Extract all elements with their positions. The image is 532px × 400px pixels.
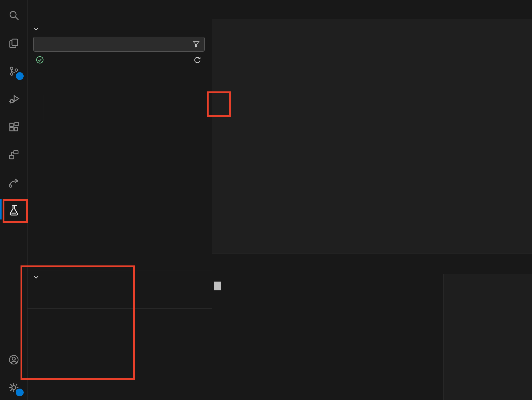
active-view-indicator xyxy=(0,199,2,219)
breadcrumb[interactable] xyxy=(212,19,532,31)
playwright-divider xyxy=(28,308,212,309)
test-explorer-section-header[interactable] xyxy=(28,23,212,35)
settings-badge xyxy=(16,389,24,396)
explorer-icon[interactable] xyxy=(0,31,27,56)
test-filter-box xyxy=(33,37,205,52)
code-editor[interactable] xyxy=(212,31,532,253)
source-control-icon[interactable] xyxy=(0,59,27,84)
pass-check-icon xyxy=(36,56,44,64)
tree-indent-guide xyxy=(43,95,43,121)
search-icon[interactable] xyxy=(0,3,27,28)
output-line xyxy=(214,279,440,291)
source-control-badge xyxy=(16,72,24,80)
editor-tabs xyxy=(212,0,532,19)
test-status-row xyxy=(28,53,212,66)
testing-icon[interactable] xyxy=(0,198,27,223)
activity-bar xyxy=(0,0,28,400)
terminal-cursor xyxy=(214,282,221,290)
test-filter-input[interactable] xyxy=(34,40,188,48)
refresh-tests-icon[interactable] xyxy=(193,56,202,64)
vscode-window xyxy=(0,0,532,400)
editor-group xyxy=(212,0,532,253)
section-divider xyxy=(28,270,212,270)
testing-sidebar xyxy=(28,0,212,400)
bottom-panel xyxy=(212,253,532,400)
test-runs-tree xyxy=(443,274,532,400)
extensions-icon[interactable] xyxy=(0,114,27,139)
run-debug-icon[interactable] xyxy=(0,86,27,111)
account-icon[interactable] xyxy=(0,347,27,372)
filter-icon[interactable] xyxy=(192,40,200,48)
test-output-area xyxy=(214,279,440,291)
playwright-section-header[interactable] xyxy=(28,271,212,283)
panel-tabs xyxy=(212,254,532,272)
remote-explorer-icon[interactable] xyxy=(0,142,27,167)
chevron-down-icon xyxy=(33,274,39,281)
settings-gear-icon[interactable] xyxy=(0,375,27,400)
chevron-down-icon xyxy=(33,25,39,32)
live-share-icon[interactable] xyxy=(0,170,27,195)
